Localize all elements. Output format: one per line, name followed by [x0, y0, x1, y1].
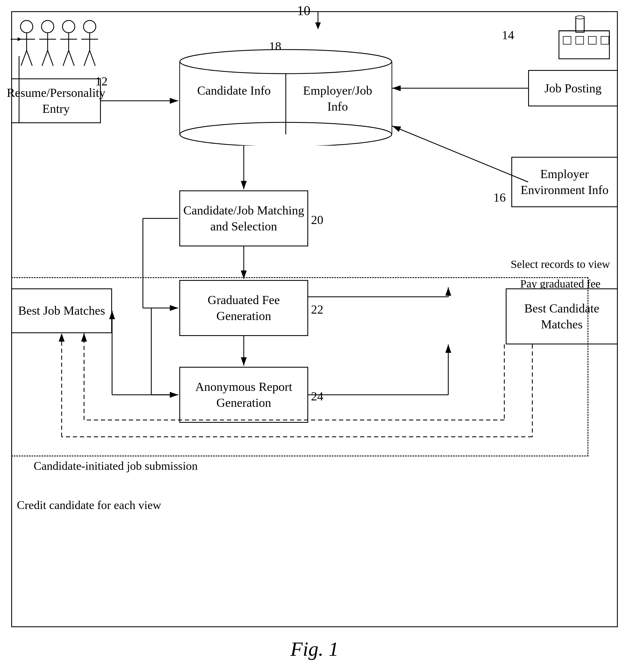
- resume-box: Resume/Personality Entry: [11, 78, 101, 123]
- svg-point-36: [576, 16, 584, 19]
- ref-16: 16: [493, 190, 506, 205]
- svg-point-9: [42, 20, 54, 33]
- dashed-box: [11, 277, 588, 456]
- persons-group: [16, 17, 111, 73]
- credit-label: Credit candidate for each view: [17, 498, 161, 512]
- svg-rect-31: [563, 37, 571, 44]
- svg-line-13: [48, 50, 53, 66]
- svg-line-17: [63, 50, 69, 66]
- svg-line-7: [21, 50, 27, 66]
- svg-rect-32: [576, 37, 584, 44]
- svg-line-22: [84, 50, 90, 66]
- employer-env-box: Employer Environment Info: [511, 157, 618, 207]
- fig-label: Fig. 1: [290, 638, 339, 661]
- employer-job-info-label: Employer/Job Info: [292, 82, 384, 115]
- svg-line-18: [69, 50, 74, 66]
- svg-marker-1: [315, 22, 321, 29]
- ref-12: 12: [95, 74, 108, 89]
- db-top-ellipse: [179, 49, 392, 74]
- svg-line-12: [42, 50, 48, 66]
- svg-point-14: [63, 20, 75, 33]
- svg-rect-30: [559, 31, 609, 59]
- job-posting-box: Job Posting: [528, 70, 618, 106]
- svg-point-19: [84, 20, 96, 33]
- matching-box: Candidate/Job Matching and Selection: [179, 190, 308, 246]
- candidate-initiated-label: Candidate-initiated job submission: [33, 459, 198, 473]
- svg-line-23: [90, 50, 95, 66]
- svg-point-24: [180, 50, 392, 74]
- candidate-info-label: Candidate Info: [188, 82, 280, 99]
- ref-20: 20: [311, 213, 323, 227]
- select-records-label: Select records to view: [504, 258, 616, 271]
- svg-rect-34: [601, 37, 609, 44]
- ref-10-arrow: [307, 8, 329, 31]
- svg-rect-33: [588, 37, 596, 44]
- factory-icon: [553, 14, 615, 62]
- svg-point-4: [20, 20, 33, 33]
- svg-line-8: [27, 50, 32, 66]
- ref-14: 14: [502, 28, 514, 42]
